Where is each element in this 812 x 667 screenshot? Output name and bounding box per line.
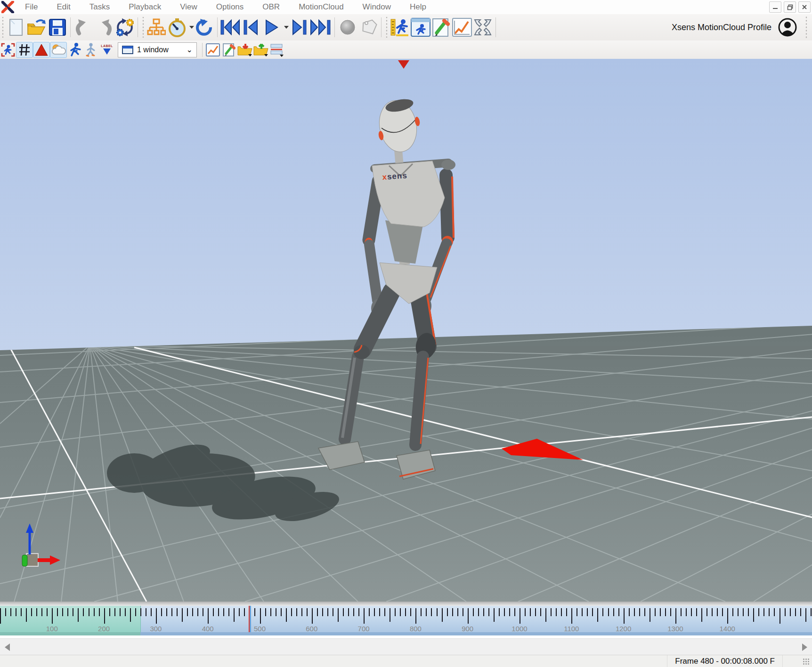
menu-tasks[interactable]: Tasks [80,0,119,14]
preview-window-button[interactable] [410,16,431,38]
sky-toggle-button[interactable] [50,42,67,58]
timer-button[interactable] [167,16,187,38]
resize-grip-icon[interactable] [803,658,810,666]
timeline-frame-label: 100 [46,625,58,633]
fullscreen-button[interactable] [472,16,493,38]
profile-label: Xsens MotionCloud Profile [672,23,771,32]
playhead-marker[interactable] [249,606,251,635]
scroll-left-icon[interactable] [5,643,10,651]
horizontal-scrollbar[interactable] [0,638,812,655]
timeline-frame-label: 1100 [564,625,579,633]
toolbar-drag-handle[interactable] [385,17,388,38]
user-avatar-icon[interactable] [778,18,797,37]
close-button[interactable] [798,1,811,13]
grid-toggle-button[interactable] [16,42,33,58]
layers-list-icon [269,43,284,57]
reprocess-button[interactable] [114,16,135,38]
next-frame-button[interactable] [289,16,309,38]
skip-to-end-button[interactable] [309,16,332,38]
menu-bar: File Edit Tasks Playback View Options OB… [0,0,812,15]
play-dropdown-arrow[interactable] [284,26,289,29]
skip-to-end-icon [309,19,332,35]
previous-frame-icon [243,19,259,35]
previous-frame-button[interactable] [241,16,261,38]
new-file-button[interactable] [6,16,26,38]
tag-icon [358,18,378,36]
loop-playback-button[interactable] [194,16,215,38]
show-graphs-button[interactable] [205,42,221,57]
sync-gears-icon [114,18,135,37]
main-toolbar: Xsens MotionCloud Profile [0,14,812,41]
minimize-icon [772,4,778,10]
timeline-bottom-edge [0,632,812,635]
timeline-frame-label: 1300 [667,625,683,633]
play-button[interactable] [261,16,282,38]
graphs-window-button[interactable] [452,16,472,38]
menu-obr[interactable]: OBR [253,0,289,14]
menu-options[interactable]: Options [207,0,253,14]
redo-button[interactable] [94,16,114,38]
undo-button[interactable] [73,16,94,38]
toolbar-drag-handle[interactable] [1,17,4,38]
status-bar: Frame 480 - 00:00:08.000 F [0,655,812,667]
timeline-frame-label: 800 [410,625,422,633]
menu-file[interactable]: File [16,0,47,14]
import-button[interactable] [237,42,253,57]
list-options-button[interactable] [269,42,285,57]
timeline-frame-label: 400 [202,625,214,633]
avatar-chest-logo: xsens [382,171,407,182]
edit-markers-button[interactable] [221,42,237,57]
edit-pencil-icon [222,43,235,57]
timeline-ruler[interactable]: 1002003004005006007008009001000110012001… [0,606,812,635]
record-button[interactable] [337,16,358,38]
toolbar-drag-handle[interactable] [142,17,145,38]
label-marker-button[interactable]: LABEL [99,42,115,57]
pyramid-icon [34,43,49,56]
restore-button[interactable] [784,1,796,13]
menu-motioncloud[interactable]: MotionCloud [289,0,353,14]
add-marker-button[interactable] [358,16,379,38]
new-file-icon [8,18,24,36]
scroll-right-icon[interactable] [802,643,807,651]
show-skeleton-button[interactable] [83,42,99,57]
chart-window-icon [452,18,472,37]
viewport-3d[interactable]: xsens [0,59,812,602]
calibration-button[interactable] [390,16,410,38]
origin-toggle-button[interactable] [33,42,50,58]
menu-playback[interactable]: Playback [119,0,171,14]
edit-session-button[interactable] [431,16,452,38]
chevron-down-icon: ⌄ [187,45,193,54]
menu-help[interactable]: Help [400,0,436,14]
skip-to-start-button[interactable] [220,16,241,38]
window-layout-dropdown[interactable]: 1 window ⌄ [118,42,197,57]
timeline-frame-label: 1200 [616,625,631,633]
frame-status-cell: Frame 480 - 00:00:08.000 F [667,655,783,667]
open-folder-icon [27,18,47,36]
toolbar-drag-handle[interactable] [805,16,808,39]
timeline-top-edge [0,602,812,606]
walker-icon [85,42,97,57]
timeline-frame-label: 200 [98,625,110,633]
edit-window-icon [432,17,451,37]
minimize-button[interactable] [769,1,781,13]
menu-view[interactable]: View [171,0,207,14]
import-folder-icon [237,43,253,57]
menu-window[interactable]: Window [353,0,400,14]
skip-to-start-icon [220,19,241,35]
open-file-button[interactable] [26,16,47,38]
next-frame-icon [291,19,307,35]
save-button[interactable] [47,16,68,38]
timeline-frame-label: 500 [254,625,266,633]
export-button[interactable] [253,42,269,57]
grid-icon [18,43,31,56]
show-avatar-button[interactable] [67,42,83,57]
timeline-frame-label: 1000 [512,625,527,633]
menu-edit[interactable]: Edit [47,0,80,14]
viewport-capture-button[interactable] [0,42,16,57]
network-config-button[interactable] [146,16,167,38]
frame-status-text: Frame 480 - 00:00:08.000 F [675,657,775,666]
window-icon [122,46,133,54]
cloud-icon [51,44,66,56]
redo-icon [94,18,114,36]
timer-dropdown-arrow[interactable] [189,26,194,29]
